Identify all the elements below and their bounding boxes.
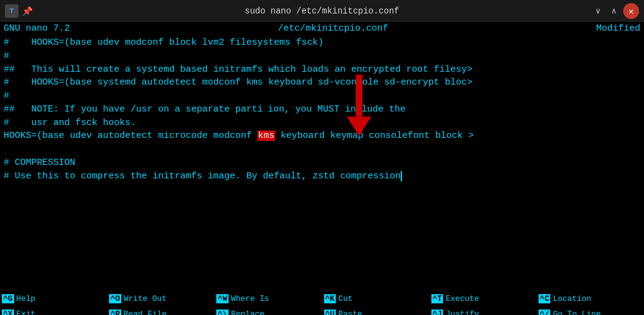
shortcut-label-paste: Paste	[338, 309, 362, 315]
shortcuts-bar: ^G Help ^O Write Out ^W Where Is ^K Cut …	[0, 291, 644, 315]
title-bar: T 📌 sudo nano /etc/mkinitcpio.conf ∨ ∧ ✕	[0, 0, 644, 22]
shortcut-label-location: Location	[553, 294, 591, 303]
shortcut-key-cut: ^K	[324, 294, 336, 303]
shortcut-key-paste: ^U	[324, 309, 336, 315]
shortcut-key-replace: ^\	[216, 309, 229, 315]
file-path: /etc/mkinitcpio.conf	[278, 23, 388, 34]
shortcut-label-write: Write Out	[124, 294, 167, 303]
pin-icon: 📌	[22, 6, 32, 17]
svg-rect-0	[356, 75, 363, 116]
shortcut-label-cut: Cut	[338, 294, 352, 303]
line-3: ## This will create a systemd based init…	[0, 63, 644, 77]
shortcut-label-readfile: Read File	[124, 309, 167, 315]
shortcut-location: ^C Location	[537, 291, 644, 306]
shortcut-paste: ^U Paste	[322, 306, 430, 315]
shortcut-label-execute: Execute	[445, 294, 479, 303]
shortcut-key-location: ^C	[539, 294, 551, 303]
shortcut-label-replace: Replace	[231, 309, 265, 315]
shortcut-whereis[interactable]: ^W Where Is	[214, 291, 322, 306]
shortcut-key-whereis: ^W	[216, 294, 229, 303]
shortcut-exit: ^X Exit	[0, 306, 107, 315]
line-7: # usr and fsck hooks.	[0, 116, 644, 130]
shortcut-write: ^O Write Out	[107, 291, 214, 306]
app-icon: T	[5, 4, 18, 18]
line-2: #	[0, 50, 644, 63]
shortcut-key-write: ^O	[109, 294, 121, 303]
shortcut-help: ^G Help	[0, 291, 107, 306]
shortcut-execute: ^T Execute	[430, 291, 537, 306]
line-4: # HOOKS=(base systemd autodetect modconf…	[0, 76, 644, 89]
shortcut-key-execute: ^T	[431, 294, 444, 303]
shortcut-key-readfile: ^R	[109, 309, 121, 315]
nano-version: GNU nano 7.2	[4, 23, 70, 34]
shortcut-key-justify: ^J	[431, 309, 444, 315]
shortcut-label-exit: Exit	[17, 309, 36, 315]
window-controls: ∨ ∧ ✕	[591, 3, 639, 19]
shortcut-readfile: ^R Read File	[107, 306, 214, 315]
line-6: ## NOTE: If you have /usr on a separate …	[0, 103, 644, 116]
line-10: # COMPRESSION	[0, 156, 644, 170]
line-9	[0, 143, 644, 156]
minimize-button[interactable]: ∨	[591, 4, 605, 18]
shortcut-key-exit: ^X	[2, 309, 14, 315]
svg-marker-1	[347, 116, 371, 136]
shortcut-label-whereis: Where Is	[231, 294, 269, 303]
shortcut-label-gotoline: Go To Line	[553, 309, 600, 315]
line-8: HOOKS=(base udev autodetect microcode mo…	[0, 129, 644, 143]
status-bar: GNU nano 7.2 /etc/mkinitcpio.conf Modifi…	[0, 22, 644, 35]
shortcut-replace[interactable]: ^\ Replace	[214, 306, 322, 315]
shortcut-cut: ^K Cut	[322, 291, 430, 306]
window-title: sudo nano /etc/mkinitcpio.conf	[244, 6, 399, 16]
line-5: #	[0, 89, 644, 103]
title-bar-left: T 📌	[5, 4, 32, 18]
line-11: # Use this to compress the initramfs ima…	[0, 170, 644, 183]
line-1: # HOOKS=(base udev modconf block lvm2 fi…	[0, 36, 644, 50]
shortcut-justify: ^J Justify	[430, 306, 537, 315]
shortcut-label-justify: Justify	[445, 309, 479, 315]
arrow-indicator	[347, 75, 371, 136]
editor-area[interactable]: # HOOKS=(base udev modconf block lvm2 fi…	[0, 35, 644, 291]
maximize-button[interactable]: ∧	[607, 4, 621, 18]
modified-status: Modified	[596, 23, 640, 34]
kms-highlight: kms	[257, 131, 275, 141]
close-button[interactable]: ✕	[623, 3, 639, 19]
shortcut-label-help: Help	[17, 294, 36, 303]
shortcut-key-gotoline: ^/	[539, 309, 551, 315]
editor-content[interactable]: # HOOKS=(base udev modconf block lvm2 fi…	[0, 35, 644, 291]
shortcut-key-help: ^G	[2, 294, 14, 303]
shortcut-gotoline: ^/ Go To Line	[537, 306, 644, 315]
